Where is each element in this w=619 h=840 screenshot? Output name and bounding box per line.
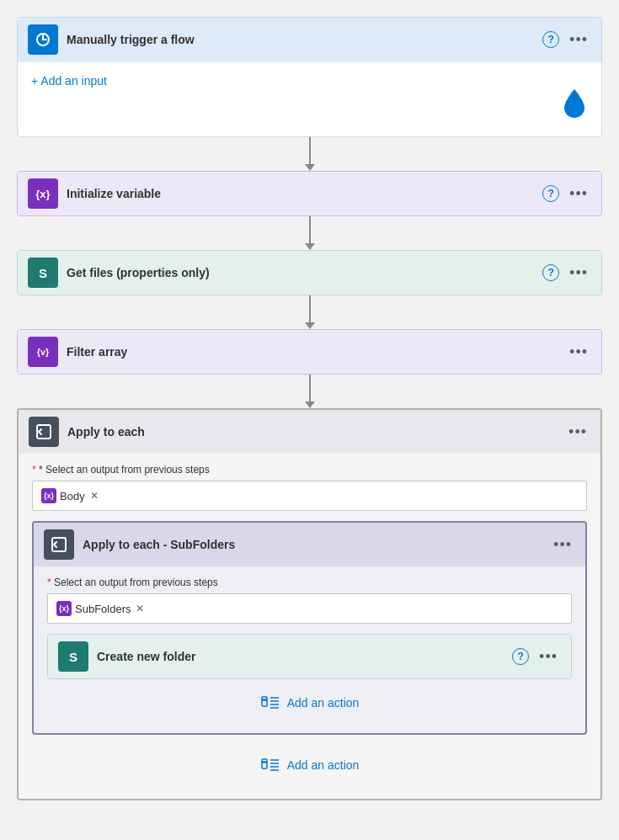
get-files-help-btn[interactable]: ? — [542, 264, 559, 281]
get-files-actions: ? ••• — [542, 261, 591, 285]
body-token: {x} Body ✕ — [41, 488, 99, 503]
trigger-icon — [28, 24, 58, 55]
create-folder-menu-btn[interactable]: ••• — [536, 645, 561, 669]
create-folder-ellipsis-icon: ••• — [539, 648, 558, 666]
arrow-head-1 — [305, 164, 315, 171]
trigger-help-btn[interactable]: ? — [542, 31, 559, 48]
arrow-line-2 — [309, 216, 311, 243]
create-folder-title: Create new folder — [97, 650, 504, 663]
apply-each-inner-body: * Select an output from previous steps {… — [34, 566, 585, 733]
arrow-head-4 — [305, 401, 315, 408]
apply-each-inner-ellipsis-icon: ••• — [553, 536, 572, 554]
get-files-card: S Get files (properties only) ? ••• — [17, 250, 602, 295]
init-var-menu-btn[interactable]: ••• — [566, 182, 591, 206]
trigger-header: Manually trigger a flow ? ••• — [18, 18, 601, 61]
create-folder-actions: ? ••• — [512, 645, 561, 669]
subfolders-token-close[interactable]: ✕ — [136, 603, 144, 614]
filter-array-actions: ••• — [566, 340, 591, 364]
apply-each-outer-actions: ••• — [565, 420, 590, 444]
required-star-outer: * — [32, 464, 39, 476]
init-var-ellipsis-icon: ••• — [569, 185, 588, 203]
filter-array-icon: {v} — [28, 337, 58, 367]
trigger-body: + Add an input — [18, 61, 601, 136]
filter-array-card: {v} Filter array ••• — [17, 329, 602, 375]
arrow-4 — [305, 375, 315, 408]
filter-array-menu-btn[interactable]: ••• — [566, 340, 591, 364]
trigger-ellipsis-icon: ••• — [569, 31, 588, 49]
apply-each-inner-icon — [44, 529, 74, 560]
arrow-head-2 — [305, 243, 315, 250]
get-files-icon: S — [28, 258, 58, 288]
svg-rect-11 — [262, 759, 267, 763]
arrow-line-4 — [309, 375, 311, 401]
create-folder-card: S Create new folder ? ••• — [47, 634, 572, 679]
get-files-header: S Get files (properties only) ? ••• — [18, 251, 601, 295]
add-action-inner-button[interactable]: Add an action — [260, 693, 360, 713]
arrow-head-3 — [305, 322, 315, 329]
init-var-card: {x} Initialize variable ? ••• — [17, 171, 602, 216]
arrow-1 — [305, 137, 315, 171]
add-action-outer-button[interactable]: Add an action — [260, 755, 360, 775]
arrow-line-1 — [309, 137, 311, 164]
subfolders-token: {x} SubFolders ✕ — [56, 601, 144, 616]
add-action-outer-container: Add an action — [32, 735, 587, 785]
apply-each-inner-menu-btn[interactable]: ••• — [550, 533, 575, 557]
apply-each-outer-header: Apply to each ••• — [19, 410, 600, 454]
apply-each-inner-actions: ••• — [550, 533, 575, 557]
filter-array-header: {v} Filter array ••• — [18, 330, 601, 374]
token-input-inner[interactable]: {x} SubFolders ✕ — [47, 593, 572, 624]
add-action-outer-label: Add an action — [287, 758, 360, 772]
trigger-title: Manually trigger a flow — [67, 33, 534, 46]
subfolders-token-icon: {x} — [56, 601, 72, 616]
get-files-menu-btn[interactable]: ••• — [566, 261, 591, 285]
loop-icon-inner — [51, 536, 67, 553]
flow-canvas: Manually trigger a flow ? ••• + Add an i… — [17, 17, 602, 823]
token-input-outer[interactable]: {x} Body ✕ — [32, 481, 587, 511]
filter-array-ellipsis-icon: ••• — [569, 343, 588, 361]
select-output-outer-label: * * Select an output from previous steps — [32, 464, 587, 476]
required-star-inner: * — [47, 577, 54, 588]
body-token-text: Body — [60, 490, 85, 502]
add-action-inner-label: Add an action — [287, 696, 360, 710]
trigger-menu-btn[interactable]: ••• — [566, 28, 591, 52]
trigger-card: Manually trigger a flow ? ••• + Add an i… — [17, 17, 602, 137]
trigger-actions: ? ••• — [542, 28, 591, 52]
init-var-header: {x} Initialize variable ? ••• — [18, 172, 601, 215]
arrow-3 — [305, 295, 315, 329]
add-action-inner-icon — [260, 693, 280, 713]
init-var-actions: ? ••• — [542, 182, 591, 206]
get-files-ellipsis-icon: ••• — [569, 264, 588, 282]
add-action-inner-container: Add an action — [47, 679, 572, 720]
create-folder-wrapper: S Create new folder ? ••• — [47, 634, 572, 679]
svg-rect-5 — [262, 697, 267, 700]
subfolders-token-text: SubFolders — [75, 603, 131, 615]
body-token-close[interactable]: ✕ — [90, 490, 99, 502]
apply-each-inner-card: Apply to each - SubFolders ••• * Select … — [32, 521, 587, 735]
create-folder-help-btn[interactable]: ? — [512, 648, 529, 665]
arrow-line-3 — [309, 295, 311, 322]
select-output-inner-label: * Select an output from previous steps — [47, 577, 572, 588]
create-folder-header: S Create new folder ? ••• — [48, 635, 571, 678]
add-input-label: + Add an input — [31, 74, 107, 88]
add-action-outer-icon — [260, 755, 280, 775]
init-var-help-btn[interactable]: ? — [542, 185, 559, 202]
apply-each-outer-menu-btn[interactable]: ••• — [565, 420, 590, 444]
apply-each-outer-ellipsis-icon: ••• — [568, 423, 587, 441]
filter-array-title: Filter array — [67, 345, 558, 359]
apply-each-inner-header: Apply to each - SubFolders ••• — [34, 523, 585, 566]
create-folder-icon: S — [58, 641, 88, 672]
water-drop-icon — [561, 86, 588, 120]
init-var-icon: {x} — [28, 178, 58, 209]
apply-each-inner-title: Apply to each - SubFolders — [83, 538, 542, 551]
init-var-title: Initialize variable — [67, 187, 534, 200]
apply-each-outer-body: * * Select an output from previous steps… — [19, 454, 600, 799]
body-token-icon: {x} — [41, 488, 56, 503]
loop-icon-outer — [35, 423, 52, 440]
apply-each-outer-title: Apply to each — [67, 425, 557, 439]
apply-each-outer-card: Apply to each ••• * * Select an output f… — [17, 408, 602, 800]
apply-each-outer-icon — [29, 417, 59, 447]
get-files-title: Get files (properties only) — [67, 266, 534, 279]
arrow-2 — [305, 216, 315, 250]
